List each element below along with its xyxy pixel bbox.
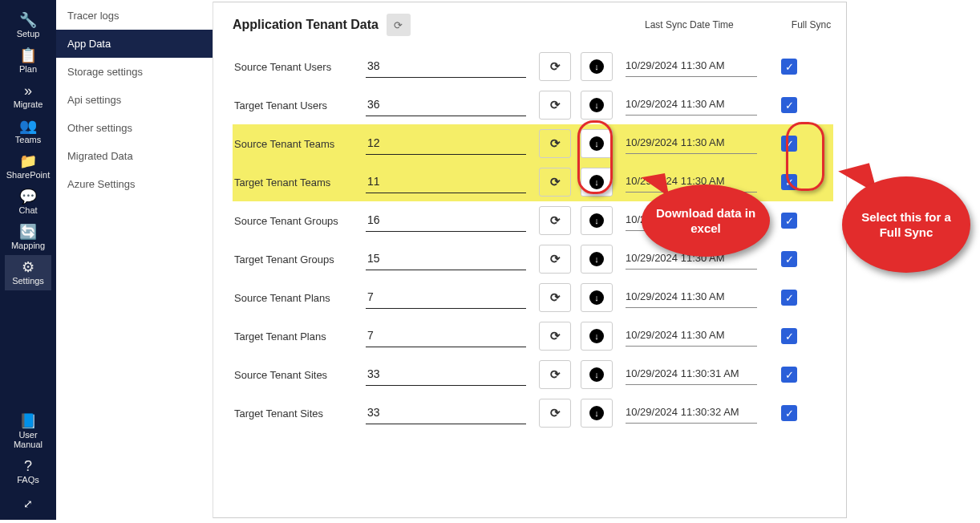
- row-label: Target Tenant Groups: [233, 253, 366, 266]
- teams-icon: 👥: [19, 119, 37, 133]
- callout-download: Download data in excel: [642, 184, 770, 257]
- data-row: Target Tenant Plans7⟳↓10/29/2024 11:30 A…: [233, 317, 833, 355]
- fullsync-cell: ✓: [773, 290, 805, 306]
- refresh-icon: ⟳: [550, 329, 561, 343]
- content-header: Application Tenant Data ⟳ Last Sync Date…: [233, 14, 833, 36]
- column-header-lastsync: Last Sync Date Time: [645, 19, 757, 30]
- refresh-icon: ⟳: [550, 367, 561, 382]
- row-date: 10/29/2024 11:30 AM: [626, 56, 757, 77]
- nav-item-setup[interactable]: 🔧Setup: [5, 8, 51, 43]
- refresh-button[interactable]: ⟳: [539, 168, 571, 197]
- refresh-button[interactable]: ⟳: [539, 245, 571, 274]
- nav-item-migrate[interactable]: »Migrate: [5, 79, 51, 114]
- refresh-icon: ⟳: [550, 175, 561, 189]
- nav-item-plan[interactable]: 📋Plan: [5, 43, 51, 79]
- fullsync-cell: ✓: [773, 251, 805, 267]
- fullsync-checkbox[interactable]: ✓: [781, 290, 797, 306]
- download-icon: ↓: [589, 406, 604, 420]
- annotation-ring-download: [577, 120, 613, 194]
- content-panel: Application Tenant Data ⟳ Last Sync Date…: [213, 2, 847, 518]
- subnav-item-azure-settings[interactable]: Azure Settings: [56, 170, 213, 198]
- fullsync-checkbox[interactable]: ✓: [781, 405, 797, 421]
- nav-label: Setup: [17, 29, 40, 39]
- refresh-icon: ⟳: [550, 59, 561, 74]
- row-label: Source Tenant Users: [233, 61, 366, 73]
- row-value: 7: [366, 287, 526, 309]
- fullsync-cell: ✓: [773, 213, 805, 229]
- nav-item-mapping[interactable]: 🔄Mapping: [5, 220, 51, 255]
- refresh-button[interactable]: ⟳: [539, 129, 571, 158]
- nav-item-sharepoint[interactable]: 📁SharePoint: [5, 149, 51, 184]
- nav-label: FAQs: [17, 475, 39, 484]
- refresh-icon: ⟳: [550, 98, 561, 112]
- expand-icon[interactable]: ⤢: [15, 489, 41, 518]
- row-label: Target Tenant Teams: [233, 176, 366, 189]
- refresh-icon: ⟳: [550, 290, 561, 305]
- nav-item-settings[interactable]: ⚙Settings: [5, 255, 51, 290]
- refresh-button[interactable]: ⟳: [539, 399, 571, 428]
- refresh-button[interactable]: ⟳: [539, 322, 571, 351]
- setup-icon: 🔧: [19, 13, 37, 27]
- user-manual-icon: 📘: [19, 414, 37, 428]
- row-date: 10/29/2024 11:30 AM: [626, 95, 757, 116]
- settings-icon: ⚙: [22, 260, 34, 274]
- download-button[interactable]: ↓: [581, 360, 613, 389]
- refresh-button[interactable]: ⟳: [539, 52, 571, 81]
- nav-label: User Manual: [3, 430, 53, 449]
- refresh-button[interactable]: ⟳: [539, 91, 571, 120]
- nav-label: Migrate: [14, 99, 43, 109]
- row-label: Source Tenant Sites: [233, 369, 366, 381]
- subnav-item-app-data[interactable]: App Data: [56, 30, 213, 58]
- fullsync-checkbox[interactable]: ✓: [781, 97, 797, 113]
- download-icon: ↓: [589, 213, 604, 228]
- nav-label: Settings: [12, 276, 44, 286]
- download-button[interactable]: ↓: [581, 52, 613, 81]
- download-button[interactable]: ↓: [581, 399, 613, 428]
- refresh-icon: ⟳: [550, 136, 561, 151]
- refresh-all-button[interactable]: ⟳: [387, 14, 411, 36]
- fullsync-checkbox[interactable]: ✓: [781, 328, 797, 344]
- nav-item-teams[interactable]: 👥Teams: [5, 114, 51, 149]
- fullsync-checkbox[interactable]: ✓: [781, 367, 797, 383]
- fullsync-checkbox[interactable]: ✓: [781, 251, 797, 267]
- column-header-fullsync: Full Sync: [789, 19, 833, 30]
- download-button[interactable]: ↓: [581, 245, 613, 274]
- nav-item-chat[interactable]: 💬Chat: [5, 184, 51, 220]
- nav-item-user-manual[interactable]: 📘User Manual: [2, 409, 55, 454]
- callout-text: Download data in excel: [642, 205, 770, 237]
- row-label: Target Tenant Sites: [233, 407, 366, 420]
- subnav-item-other-settings[interactable]: Other settings: [56, 114, 213, 142]
- download-button[interactable]: ↓: [581, 283, 613, 312]
- fullsync-cell: ✓: [773, 59, 805, 75]
- mapping-icon: 🔄: [19, 225, 37, 239]
- settings-subnav: Tracer logsApp DataStorage settingsApi s…: [56, 2, 213, 518]
- data-row: Source Tenant Teams12⟳↓10/29/2024 11:30 …: [233, 124, 833, 163]
- data-row: Source Tenant Sites33⟳↓10/29/2024 11:30:…: [233, 355, 833, 394]
- page-title: Application Tenant Data: [233, 18, 379, 32]
- subnav-item-tracer-logs[interactable]: Tracer logs: [56, 2, 213, 30]
- data-row: Source Tenant Users38⟳↓10/29/2024 11:30 …: [233, 47, 833, 86]
- fullsync-cell: ✓: [773, 328, 805, 344]
- download-button[interactable]: ↓: [581, 91, 613, 120]
- subnav-item-api-settings[interactable]: Api settings: [56, 86, 213, 114]
- data-row: Source Tenant Plans7⟳↓10/29/2024 11:30 A…: [233, 278, 833, 317]
- migrate-icon: »: [24, 83, 32, 98]
- data-row: Target Tenant Users36⟳↓10/29/2024 11:30 …: [233, 86, 833, 124]
- refresh-button[interactable]: ⟳: [539, 206, 571, 235]
- callout-text: Select this for a Full Sync: [850, 209, 962, 241]
- download-button[interactable]: ↓: [581, 322, 613, 351]
- refresh-button[interactable]: ⟳: [539, 360, 571, 389]
- fullsync-checkbox[interactable]: ✓: [781, 59, 797, 75]
- row-date: 10/29/2024 11:30:31 AM: [626, 364, 757, 385]
- refresh-button[interactable]: ⟳: [539, 283, 571, 312]
- row-label: Target Tenant Users: [233, 99, 366, 111]
- download-icon: ↓: [589, 59, 604, 74]
- nav-label: Plan: [19, 64, 37, 74]
- fullsync-checkbox[interactable]: ✓: [781, 213, 797, 229]
- subnav-item-storage-settings[interactable]: Storage settings: [56, 58, 213, 86]
- download-button[interactable]: ↓: [581, 206, 613, 235]
- nav-item-faqs[interactable]: ?FAQs: [2, 454, 55, 489]
- annotation-ring-fullsync: [786, 122, 824, 191]
- subnav-item-migrated-data[interactable]: Migrated Data: [56, 142, 213, 170]
- refresh-icon: ⟳: [550, 252, 561, 266]
